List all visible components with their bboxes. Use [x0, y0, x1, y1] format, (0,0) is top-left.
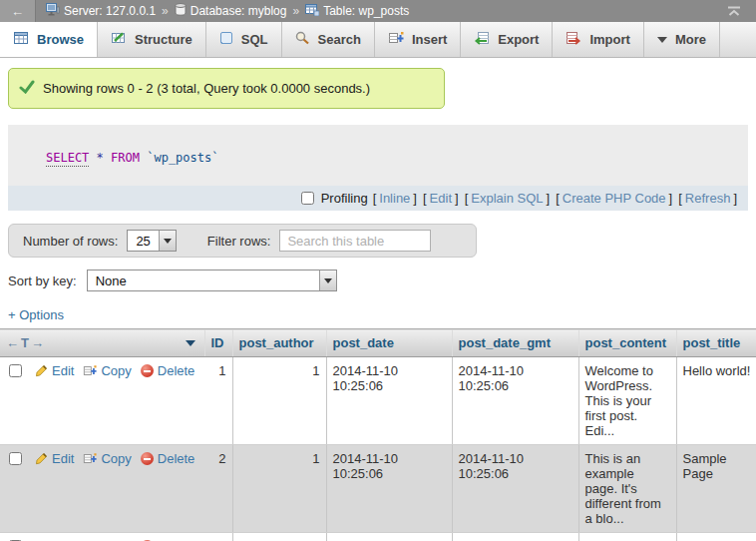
query-toolbar: Profiling [ Inline ] [ Edit ] [ Explain …	[8, 186, 748, 211]
filter-rows-input[interactable]	[279, 230, 431, 252]
tab-export-label: Export	[498, 32, 539, 47]
column-header-post-date[interactable]: post_date	[326, 329, 452, 357]
explain-sql-link[interactable]: Explain SQL	[471, 191, 543, 206]
cell-id[interactable]: 1	[204, 357, 232, 445]
tab-sql[interactable]: SQL	[206, 22, 282, 57]
row-select-checkbox[interactable]	[9, 364, 22, 377]
tab-more[interactable]: More	[644, 22, 720, 57]
row-actions-cell: Edit Copy Delete	[0, 445, 204, 533]
tab-search[interactable]: Search	[282, 22, 375, 57]
collapse-navigation-icon[interactable]	[726, 6, 742, 17]
breadcrumb-server[interactable]: Server: 127.0.0.1	[46, 3, 156, 19]
tab-export[interactable]: Export	[461, 22, 553, 57]
tab-search-label: Search	[318, 32, 361, 47]
bracket: [	[373, 191, 377, 206]
column-header-post-author[interactable]: post_author	[232, 329, 326, 357]
server-icon	[46, 3, 60, 19]
cell-post-title[interactable]: Sample Page	[676, 445, 756, 533]
number-of-rows-label: Number of rows:	[23, 234, 118, 249]
profiling-checkbox[interactable]	[301, 192, 314, 205]
column-header-post-date-gmt[interactable]: post_date_gmt	[452, 329, 578, 357]
copy-row-link[interactable]: Copy	[83, 363, 131, 378]
sql-query-display: SELECT * FROM `wp_posts`	[8, 125, 748, 186]
back-button[interactable]: ←	[0, 0, 36, 22]
sort-by-key-select[interactable]: None	[87, 270, 337, 291]
inline-link[interactable]: Inline	[379, 191, 410, 206]
breadcrumb-database[interactable]: Database: myblog	[175, 3, 287, 19]
cell-post-content[interactable]	[578, 533, 676, 541]
refresh-link[interactable]: Refresh	[685, 191, 731, 206]
bracket: [	[465, 191, 469, 206]
number-of-rows-value: 25	[128, 231, 158, 251]
number-of-rows-select[interactable]: 25	[127, 230, 176, 252]
breadcrumb-server-label: Server: 127.0.0.1	[64, 4, 156, 18]
cell-post-content[interactable]: This is an example page. It's different …	[578, 445, 676, 533]
browse-icon	[13, 31, 29, 48]
create-php-code-link[interactable]: Create PHP Code	[563, 191, 666, 206]
delete-row-link[interactable]: Delete	[141, 363, 195, 378]
tab-browse[interactable]: Browse	[0, 22, 98, 57]
tab-insert[interactable]: Insert	[375, 22, 461, 57]
sql-keyword-from: FROM	[111, 151, 140, 165]
bracket: ]	[455, 191, 459, 206]
cell-post-date[interactable]: 2014-11-10 10:25:06	[326, 357, 452, 445]
sql-query-box: SELECT * FROM `wp_posts` Profiling [ Inl…	[8, 125, 748, 211]
tab-sql-label: SQL	[241, 32, 268, 47]
chevron-down-icon	[657, 37, 667, 43]
tab-structure[interactable]: Structure	[98, 22, 206, 57]
cell-post-date-gmt[interactable]: 2014-11-10 10:25:06	[452, 357, 578, 445]
edit-row-link[interactable]: Edit	[35, 363, 74, 378]
chevron-down-icon	[324, 278, 332, 283]
options-toggle-link[interactable]: + Options	[8, 307, 78, 322]
cell-post-title[interactable]: Auto Draft	[676, 533, 756, 541]
sql-icon	[219, 31, 233, 48]
export-icon	[474, 31, 490, 48]
delete-icon	[141, 364, 154, 377]
cell-post-title[interactable]: Hello world!	[676, 357, 756, 445]
row-select-checkbox[interactable]	[9, 452, 22, 465]
results-table: ←T→ ID post_author post_date post_date_g…	[0, 328, 756, 541]
import-icon	[566, 31, 581, 48]
table-row: Edit Copy Delete 1 1 2014-11-10 10:25:06…	[0, 357, 756, 445]
select-dropdown-button	[159, 231, 176, 251]
tab-import[interactable]: Import	[553, 22, 643, 57]
column-header-id[interactable]: ID	[204, 329, 232, 357]
cell-post-date[interactable]: 2014-11-10 10:25:06	[326, 445, 452, 533]
actions-header-cell[interactable]: ←T→	[0, 329, 204, 357]
breadcrumb-separator: »	[292, 4, 299, 18]
breadcrumb-table[interactable]: Table: wp_posts	[305, 4, 409, 19]
tab-bar: Browse Structure SQL Search Insert Expor…	[0, 22, 756, 58]
breadcrumb-database-label: Database: myblog	[190, 4, 287, 18]
delete-icon	[141, 452, 154, 465]
column-display-arrows[interactable]: ←T→	[6, 335, 46, 350]
bracket: [	[556, 191, 560, 206]
bracket: ]	[669, 191, 673, 206]
select-dropdown-button	[319, 270, 336, 290]
sql-keyword-select: SELECT	[46, 151, 89, 167]
cell-post-date[interactable]: 2014-11-14 06:33:38	[326, 533, 452, 541]
sql-star: *	[97, 151, 104, 165]
cell-post-date-gmt[interactable]: 2014-11-10 10:25:06	[452, 445, 578, 533]
pencil-icon	[35, 452, 48, 465]
sort-by-key-value: None	[88, 270, 319, 290]
copy-row-link[interactable]: Copy	[83, 451, 131, 466]
cell-post-author[interactable]: 1	[232, 357, 326, 445]
with-selected-dropdown-icon[interactable]	[186, 340, 195, 346]
search-icon	[295, 31, 310, 48]
cell-post-author[interactable]: 1	[232, 445, 326, 533]
table-header-row: ←T→ ID post_author post_date post_date_g…	[0, 329, 756, 357]
breadcrumb-separator: »	[162, 4, 169, 18]
delete-row-link[interactable]: Delete	[141, 451, 195, 466]
tab-insert-label: Insert	[412, 32, 447, 47]
column-header-post-title[interactable]: post_title	[676, 329, 756, 357]
cell-post-date-gmt[interactable]: 0000-00-00 00:00:00	[452, 533, 578, 541]
cell-id[interactable]: 2	[204, 445, 232, 533]
column-header-post-content[interactable]: post_content	[578, 329, 676, 357]
table-row: Edit Copy Delete 2 1 2014-11-10 10:25:06…	[0, 445, 756, 533]
status-message: Showing rows 0 - 2 (3 total, Query took …	[8, 68, 445, 109]
cell-post-author[interactable]: 1	[232, 533, 326, 541]
cell-post-content[interactable]: Welcome to WordPress. This is your first…	[578, 357, 676, 445]
edit-row-link[interactable]: Edit	[35, 451, 74, 466]
cell-id[interactable]: 3	[204, 533, 232, 541]
edit-query-link[interactable]: Edit	[430, 191, 452, 206]
